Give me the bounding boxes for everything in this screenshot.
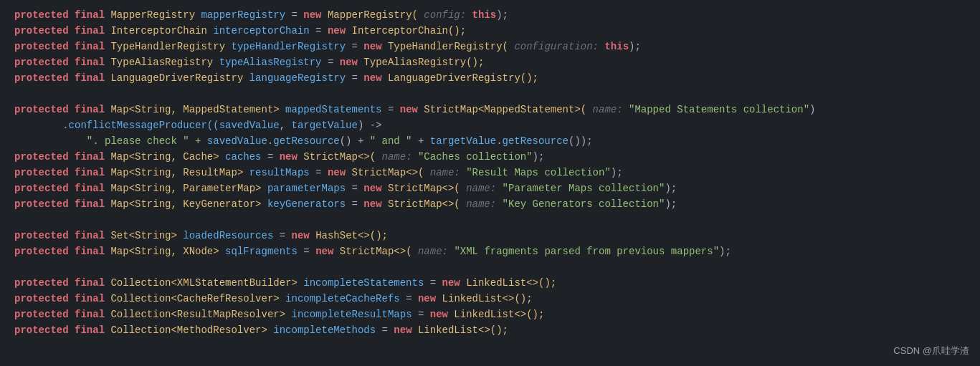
code-token: MapperRegistry	[105, 9, 201, 21]
code-token: "Result Maps collection"	[466, 167, 611, 178]
code-token: =	[424, 277, 442, 289]
code-token: protected	[14, 293, 69, 304]
code-token: =	[376, 324, 394, 336]
code-token: HashSet<>();	[310, 230, 388, 241]
code-token: new	[418, 293, 436, 304]
code-token: interceptorChain	[213, 25, 309, 37]
code-token: =	[346, 198, 363, 210]
code-token: =	[310, 167, 328, 178]
code-token: );	[629, 41, 641, 52]
code-token: +	[412, 135, 430, 147]
code-token: );	[665, 183, 677, 194]
code-token	[69, 72, 75, 84]
code-token	[69, 57, 75, 68]
code-token: StrictMap<>(	[333, 246, 411, 257]
code-token: StrictMap<>(	[382, 198, 460, 210]
code-token: protected	[14, 57, 69, 68]
code-token: .conflictMessageProducer((	[14, 120, 219, 131]
code-token: Map<String, ParameterMap>	[105, 183, 267, 194]
code-token: final	[75, 41, 105, 52]
code-token: name:	[586, 104, 629, 115]
code-line: protected final Map<String, ResultMap> r…	[14, 165, 980, 180]
code-token: final	[75, 25, 105, 37]
code-token: final	[75, 104, 105, 115]
code-token: LinkedList<>();	[448, 309, 544, 320]
code-token: final	[75, 151, 105, 163]
code-token: new	[400, 104, 418, 115]
code-token: );	[611, 167, 623, 178]
code-line: protected final MapperRegistry mapperReg…	[14, 7, 980, 23]
code-token: =	[346, 41, 363, 52]
code-line	[14, 86, 980, 102]
code-token: parameterMaps	[267, 183, 346, 194]
code-token: LanguageDriverRegistry();	[382, 72, 538, 84]
code-line: protected final Collection<XMLStatementB…	[14, 275, 980, 291]
code-token: )	[809, 104, 815, 115]
code-token: new	[430, 309, 448, 320]
code-token: protected	[14, 9, 69, 21]
code-token: " and "	[370, 135, 412, 147]
code-token: Set<String>	[105, 230, 183, 241]
code-token	[69, 277, 75, 289]
code-token: incompleteMethods	[273, 324, 376, 336]
code-token: name:	[460, 183, 503, 194]
code-line: protected final Map<String, XNode> sqlFr…	[14, 244, 980, 259]
code-token: Collection<ResultMapResolver>	[105, 309, 291, 320]
code-token	[69, 293, 75, 304]
code-token: new	[394, 324, 411, 336]
code-token: incompleteStatements	[303, 277, 424, 289]
code-editor: protected final MapperRegistry mapperReg…	[0, 0, 980, 366]
code-line: protected final Collection<ResultMapReso…	[14, 307, 980, 322]
code-token: languageRegistry	[249, 72, 346, 84]
code-token: savedValue	[207, 135, 267, 147]
code-token	[69, 25, 75, 37]
code-token: sqlFragments	[225, 246, 298, 257]
code-token: mapperRegistry	[201, 9, 285, 21]
code-token: "Caches collection"	[418, 151, 533, 163]
code-token: Collection<XMLStatementBuilder>	[105, 277, 303, 289]
code-token: .	[496, 135, 502, 147]
code-token: mappedStatements	[285, 104, 381, 115]
code-token: );	[533, 151, 545, 163]
code-token: LinkedList<>();	[436, 293, 532, 304]
code-token: new	[363, 41, 381, 52]
code-token: protected	[14, 183, 69, 194]
code-token: =	[400, 293, 418, 304]
code-token: ());	[569, 135, 593, 147]
code-token: protected	[14, 246, 69, 257]
code-token: final	[75, 183, 105, 194]
code-token: protected	[14, 198, 69, 210]
code-content: protected final MapperRegistry mapperReg…	[14, 7, 980, 338]
code-token: protected	[14, 25, 69, 37]
code-token: new	[315, 246, 333, 257]
code-token: StrictMap<>(	[346, 167, 424, 178]
code-token: TypeAliasRegistry();	[358, 57, 484, 68]
code-token: protected	[14, 324, 69, 336]
code-token: protected	[14, 151, 69, 163]
code-token: new	[280, 151, 298, 163]
code-token: ) ->	[358, 120, 382, 131]
code-line: protected final Collection<CacheRefResol…	[14, 291, 980, 307]
code-token: name:	[424, 167, 466, 178]
code-token: name:	[376, 151, 418, 163]
code-token: .	[267, 135, 273, 147]
code-token: "Mapped Statements collection"	[629, 104, 809, 115]
code-token	[69, 324, 75, 336]
code-token: final	[75, 167, 105, 178]
code-line: ". please check " + savedValue.getResour…	[14, 133, 980, 149]
code-line: protected final Map<String, ParameterMap…	[14, 180, 980, 196]
watermark: CSDN @爪哇学渣	[893, 343, 969, 359]
code-token: );	[719, 246, 731, 257]
code-token: Map<String, KeyGenerator>	[105, 198, 267, 210]
code-line	[14, 212, 980, 228]
code-line: protected final LanguageDriverRegistry l…	[14, 70, 980, 86]
code-token: "Parameter Maps collection"	[503, 183, 665, 194]
code-token: LinkedList<>();	[460, 277, 556, 289]
code-token: LinkedList<>();	[412, 324, 508, 336]
code-token: keyGenerators	[267, 198, 346, 210]
code-token: final	[75, 246, 105, 257]
code-token: =	[412, 309, 430, 320]
code-token: LanguageDriverRegistry	[105, 72, 249, 84]
code-token	[69, 167, 75, 178]
code-token: StrictMap<>(	[298, 151, 376, 163]
